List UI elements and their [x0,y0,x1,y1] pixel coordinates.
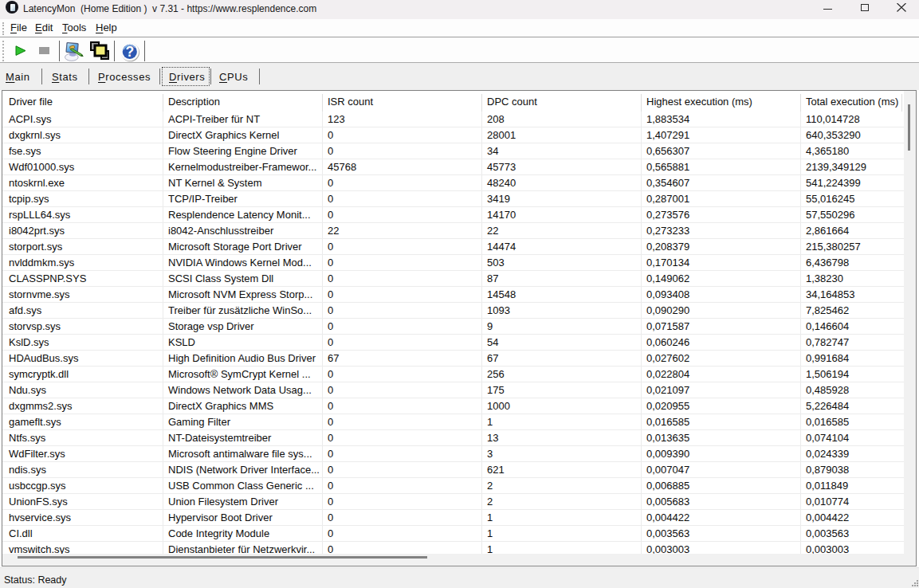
svg-text:?: ? [126,44,135,60]
